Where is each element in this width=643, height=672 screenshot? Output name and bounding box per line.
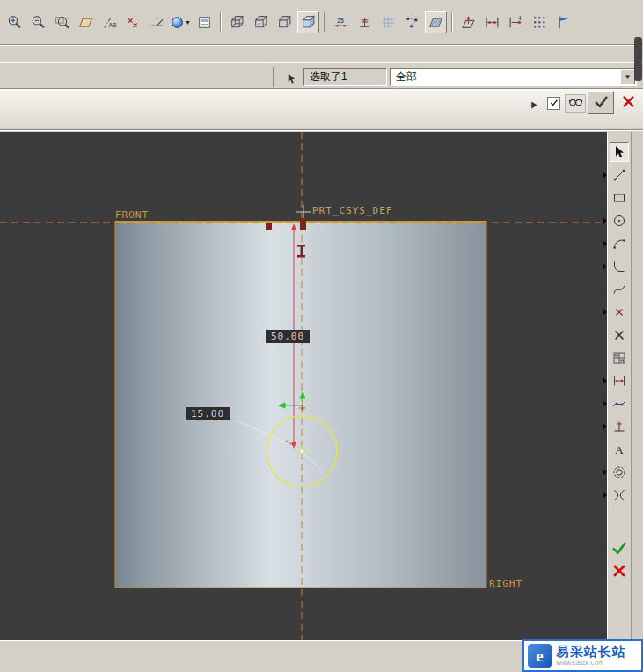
flyout-arrow-icon[interactable] xyxy=(603,400,610,407)
dimension-15-value[interactable]: 15.00 xyxy=(186,407,230,420)
play-icon xyxy=(529,99,540,111)
flag-icon xyxy=(556,15,571,30)
circle-tool-button[interactable] xyxy=(610,211,629,230)
dim-display-button[interactable]: 25 xyxy=(330,11,352,33)
select-arrow-icon xyxy=(612,145,626,159)
sketch-svg[interactable] xyxy=(0,132,607,640)
snap-fit-icon xyxy=(485,15,500,30)
verify-glasses-button[interactable] xyxy=(565,94,586,113)
svg-text:AB: AB xyxy=(108,22,117,28)
flyout-arrow-icon[interactable] xyxy=(603,309,610,316)
cube-hiddenline-button[interactable] xyxy=(250,11,272,33)
zoom-fit-icon xyxy=(55,15,69,30)
modify-tool-button[interactable] xyxy=(610,394,629,413)
select-arrow-tool-button[interactable] xyxy=(610,142,629,162)
snap-fit-button[interactable] xyxy=(481,11,503,33)
grid-display-button[interactable] xyxy=(377,11,399,33)
flyout-arrow-icon[interactable] xyxy=(603,217,610,224)
vertical-scrollbar-thumb[interactable] xyxy=(634,37,642,81)
offset-tool-button[interactable] xyxy=(610,463,629,482)
zoom-out-button[interactable] xyxy=(27,11,49,33)
expand-arrow-icon[interactable] xyxy=(526,97,542,113)
flyout-arrow-icon[interactable] xyxy=(603,172,610,179)
accept-feature-button[interactable] xyxy=(588,91,614,114)
datum-axis-icon: AB xyxy=(102,15,117,30)
surface-rect[interactable] xyxy=(115,222,486,588)
done-button[interactable] xyxy=(610,538,629,558)
flyout-arrow-icon[interactable] xyxy=(603,240,610,247)
pattern-grid-button[interactable] xyxy=(529,11,551,33)
datum-csys-button[interactable] xyxy=(146,11,168,33)
quit-button[interactable] xyxy=(610,561,629,581)
cube-nohidden-button[interactable] xyxy=(274,11,296,33)
snap-ref-button[interactable] xyxy=(505,11,527,33)
constraint-icon xyxy=(612,420,626,434)
line-tool-button[interactable] xyxy=(610,165,629,185)
flyout-arrow-icon[interactable] xyxy=(603,263,610,270)
delete-tool-button[interactable] xyxy=(610,325,629,345)
dropdown-arrow-icon[interactable]: ▼ xyxy=(185,19,191,26)
cancel-feature-button[interactable] xyxy=(617,91,639,114)
dimension-50-value[interactable]: 50.00 xyxy=(266,330,310,343)
flyout-arrow-icon[interactable] xyxy=(603,469,610,476)
flyout-arrow-icon[interactable] xyxy=(603,423,610,430)
grid-display-icon xyxy=(381,15,396,30)
graphics-canvas[interactable]: FRONT PRT_CSYS_DEF RIGHT 50.00 15.00 xyxy=(0,132,607,640)
vertical-scrollbar-track[interactable] xyxy=(631,132,643,640)
sketch-orient-button[interactable] xyxy=(457,11,479,33)
csys-label[interactable]: PRT_CSYS_DEF xyxy=(312,205,392,216)
selection-pointer-icon xyxy=(281,69,301,87)
datum-csys-icon xyxy=(150,15,164,30)
datum-axis-button[interactable]: AB xyxy=(99,11,121,33)
offset-icon xyxy=(612,465,626,479)
text-tool-button[interactable]: A xyxy=(610,440,629,459)
shaded-sphere-button[interactable]: ▼ xyxy=(170,11,192,33)
cube-wireframe-button[interactable] xyxy=(226,11,248,33)
page-button[interactable] xyxy=(194,11,216,33)
glasses-icon xyxy=(568,94,583,109)
constraint-display-button[interactable] xyxy=(354,11,376,33)
datum-plane-icon xyxy=(78,15,93,30)
point-tool-button[interactable] xyxy=(610,303,629,322)
zoom-in-button[interactable] xyxy=(4,11,26,33)
datum-label-right[interactable]: RIGHT xyxy=(489,578,522,589)
spline-tool-button[interactable] xyxy=(610,280,629,299)
zoom-fit-button[interactable] xyxy=(51,11,73,33)
dimension-tool-button[interactable] xyxy=(610,371,629,391)
pointer-icon xyxy=(285,72,298,85)
constraint-tool-button[interactable] xyxy=(610,417,629,436)
vertex-display-icon xyxy=(405,15,420,30)
line-icon xyxy=(612,168,626,182)
watermark-logo-icon: e xyxy=(528,644,552,668)
dimension-icon xyxy=(612,374,626,388)
vertex-display-button[interactable] xyxy=(401,11,423,33)
arc-tool-button[interactable] xyxy=(610,234,629,253)
fillet-tool-button[interactable] xyxy=(610,257,629,276)
trim-tool-button[interactable] xyxy=(610,486,629,505)
cube-shaded-button[interactable] xyxy=(297,11,319,33)
check-dark-icon xyxy=(594,94,609,109)
flyout-arrow-icon[interactable] xyxy=(603,492,610,499)
zoom-out-icon xyxy=(31,15,46,30)
x-icon xyxy=(621,94,636,113)
csys-marker[interactable] xyxy=(296,205,311,219)
flag-button[interactable] xyxy=(552,11,574,33)
datum-plane-button[interactable] xyxy=(75,11,97,33)
section-shade-button[interactable] xyxy=(425,11,447,33)
datum-point-button[interactable] xyxy=(122,11,144,33)
combo-dropdown-icon[interactable]: ▼ xyxy=(620,69,635,84)
flyout-arrow-icon[interactable] xyxy=(603,377,610,384)
snap-ref-icon xyxy=(508,15,523,30)
status-separator xyxy=(273,67,274,87)
preview-checkbox[interactable] xyxy=(547,97,560,110)
rectangle-tool-button[interactable] xyxy=(610,188,629,208)
selection-status-text: 选取了1 xyxy=(310,69,347,84)
cube-shaded-icon xyxy=(301,15,316,30)
filter-combobox[interactable]: 全部 ▼ xyxy=(390,68,637,86)
datum-label-front[interactable]: FRONT xyxy=(115,209,149,221)
modify-icon xyxy=(612,397,626,411)
toolbar-separator xyxy=(220,12,222,32)
palette-tool-button[interactable] xyxy=(610,348,629,368)
done-check-icon xyxy=(611,540,627,556)
circle-center-point[interactable] xyxy=(301,450,303,453)
